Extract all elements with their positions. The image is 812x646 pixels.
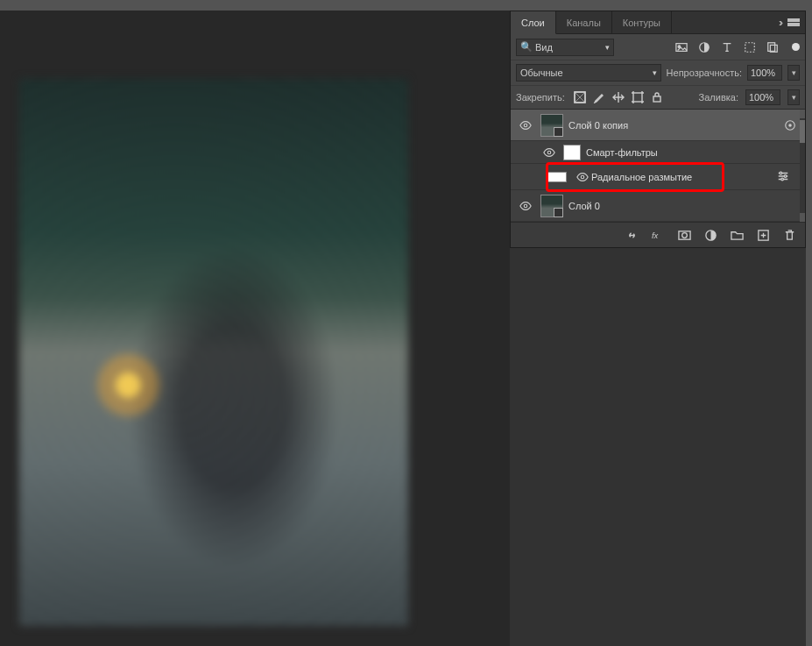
smart-filter-indicator-icon	[784, 119, 796, 131]
new-layer-icon[interactable]	[756, 228, 770, 242]
scrollbar-thumb[interactable]	[800, 120, 805, 143]
layer-name: Слой 0	[568, 201, 600, 211]
filter-mask-thumbnail[interactable]	[563, 145, 581, 160]
lock-fill-row: Закрепить: Заливка: ▾	[511, 86, 805, 110]
blend-opacity-row: Обычные ▾ Непрозрачность: ▾	[511, 60, 805, 86]
svg-point-12	[547, 151, 551, 154]
blend-mode-value: Обычные	[520, 67, 563, 78]
svg-point-17	[524, 204, 527, 208]
svg-point-9	[524, 124, 527, 127]
opacity-dropdown[interactable]: ▾	[787, 65, 800, 81]
canvas-area	[0, 0, 510, 646]
panel-tab-bar: Слои Каналы Контуры ››	[511, 11, 805, 34]
layer-name: Слой 0 копия	[568, 120, 628, 131]
lock-label: Закрепить:	[516, 92, 565, 103]
visibility-toggle[interactable]	[540, 146, 558, 159]
lock-pixels-icon[interactable]	[574, 91, 586, 103]
lock-all-icon[interactable]	[651, 91, 663, 103]
filter-effect-mask[interactable]	[547, 172, 567, 182]
chevron-down-icon: ▾	[605, 43, 610, 52]
tab-paths[interactable]: Контуры	[612, 11, 672, 34]
layer-list: Слой 0 копия Смарт-фильтры Радиальное ра…	[511, 110, 805, 223]
filter-pixel-icon[interactable]	[674, 40, 688, 54]
svg-point-13	[581, 175, 584, 179]
layer-panel-footer: fx	[511, 223, 805, 247]
layer-filter-type-label: Вид	[535, 42, 553, 53]
layers-panel: Слои Каналы Контуры ›› 🔍 Вид ▾ Обычные ▾…	[510, 11, 806, 248]
filter-blend-options-icon[interactable]	[777, 170, 789, 184]
fill-label: Заливка:	[699, 92, 738, 103]
filter-adjust-icon[interactable]	[697, 40, 711, 54]
lock-artboard-icon[interactable]	[632, 91, 644, 103]
blend-mode-select[interactable]: Обычные ▾	[516, 64, 661, 82]
fill-dropdown[interactable]: ▾	[787, 89, 800, 105]
adjustment-layer-icon[interactable]	[703, 228, 717, 242]
smart-filters-label: Смарт-фильтры	[586, 147, 658, 158]
scroll-up-button[interactable]	[800, 110, 805, 118]
layer-thumbnail[interactable]	[540, 114, 563, 137]
fill-input[interactable]	[745, 89, 780, 105]
opacity-input[interactable]	[747, 65, 782, 81]
filter-toggle[interactable]	[792, 43, 800, 51]
filter-name: Радиальное размытие	[591, 172, 692, 182]
visibility-toggle[interactable]	[516, 200, 535, 212]
visibility-toggle[interactable]	[516, 119, 535, 131]
filter-shape-icon[interactable]	[743, 40, 757, 54]
svg-point-11	[788, 124, 792, 127]
svg-rect-8	[653, 96, 660, 102]
layer-filter-row: 🔍 Вид ▾	[511, 34, 805, 60]
fx-icon[interactable]: fx	[651, 228, 665, 242]
filter-smart-icon[interactable]	[766, 40, 780, 54]
svg-point-15	[784, 174, 787, 177]
visibility-toggle[interactable]	[574, 171, 591, 183]
lock-brush-icon[interactable]	[593, 91, 605, 103]
collapse-panel-icon[interactable]: ››	[779, 17, 780, 29]
scroll-down-button[interactable]	[800, 213, 805, 222]
tab-layers[interactable]: Слои	[511, 11, 556, 34]
filter-row-radial-blur[interactable]: Радиальное размытие	[511, 164, 805, 190]
svg-rect-4	[768, 42, 775, 51]
svg-point-20	[681, 232, 687, 238]
layer-row-layer0[interactable]: Слой 0	[511, 190, 805, 222]
smart-filters-row[interactable]: Смарт-фильтры	[511, 141, 805, 164]
filter-type-icon[interactable]	[720, 40, 734, 54]
svg-rect-7	[633, 93, 642, 102]
panel-menu-icon[interactable]	[787, 18, 800, 27]
lock-position-icon[interactable]	[612, 91, 625, 103]
layer-thumbnail[interactable]	[540, 195, 563, 217]
chevron-down-icon: ▾	[647, 68, 657, 77]
svg-point-14	[780, 172, 782, 174]
layer-filter-type[interactable]: 🔍 Вид ▾	[516, 39, 614, 56]
search-icon: 🔍	[520, 41, 533, 53]
right-dock-strip	[806, 0, 812, 646]
delete-layer-icon[interactable]	[782, 228, 796, 242]
svg-point-16	[781, 178, 784, 181]
document-image[interactable]	[19, 79, 408, 626]
layer-row-layer0copy[interactable]: Слой 0 копия	[511, 110, 805, 141]
link-layers-icon[interactable]	[625, 228, 639, 242]
svg-text:fx: fx	[652, 231, 659, 240]
opacity-label: Непрозрачность:	[667, 67, 742, 78]
add-mask-icon[interactable]	[677, 228, 691, 242]
tab-channels[interactable]: Каналы	[556, 11, 612, 34]
group-icon[interactable]	[730, 228, 744, 242]
svg-rect-3	[745, 42, 755, 52]
